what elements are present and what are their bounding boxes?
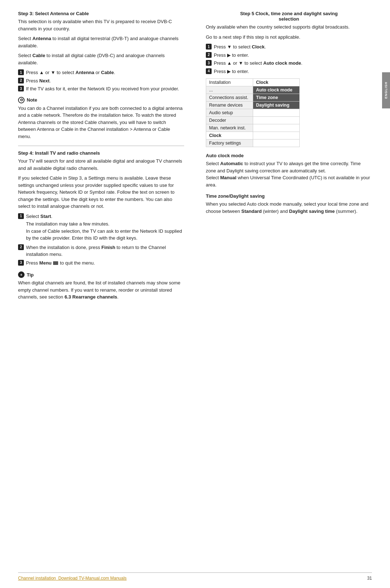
table-row: ... Auto clock mode — [206, 86, 300, 94]
two-column-layout: Step 3: Select Antenna or Cable This sel… — [18, 11, 372, 305]
list-item-text: When the installation is done, press Fin… — [26, 244, 184, 258]
step3-antenna-bold: Antenna — [32, 36, 51, 41]
left-column: Step 3: Select Antenna or Cable This sel… — [18, 11, 188, 305]
num-badge-5-3: 3 — [206, 60, 212, 66]
step5-para1: Only available when the country selected… — [206, 23, 372, 31]
list-item-text: If the TV asks for it, enter the Network… — [26, 85, 179, 93]
list-item-text: Press Menu to quit the menu. — [26, 259, 95, 267]
note-body: You can do a Channel installation if you… — [18, 105, 184, 140]
step3-list: 1 Press ▲ or ▼ to select Antenna or Cabl… — [18, 69, 184, 93]
table-row: Factory settings — [206, 140, 300, 147]
table-row: Clock — [206, 132, 300, 140]
table-row: Decoder — [206, 117, 300, 124]
table-cell-right — [253, 117, 300, 124]
table-header-row: Installation Clock — [206, 79, 300, 86]
note-box: ⊖ Note You can do a Channel installation… — [18, 97, 184, 140]
table-header-installation: Installation — [206, 79, 253, 86]
menu-icon — [53, 261, 58, 265]
list-item-text: Press Next. — [26, 77, 51, 85]
table-cell-left: Audio setup — [206, 109, 253, 117]
table-cell-right-highlighted: Auto clock mode — [253, 86, 300, 94]
list-item: 1 Press ▼ to select Clock. — [206, 43, 372, 51]
page-number: 31 — [367, 576, 372, 581]
footer-sub-label: Channel installation — [18, 576, 56, 581]
table-row: Connections assist. Time zone — [206, 94, 300, 102]
table-row: Man. network inst. — [206, 124, 300, 132]
tip-icon: + — [18, 271, 25, 278]
time-zone-body: When you selected Auto clock mode manual… — [206, 201, 372, 215]
num-badge-3: 3 — [18, 86, 24, 91]
list-item-text: Select Start. — [26, 213, 52, 220]
list-item: 3 Press Menu to quit the menu. — [18, 259, 184, 267]
tip-title: + Tip — [18, 271, 184, 278]
section-divider — [18, 146, 184, 146]
step5-list: 1 Press ▼ to select Clock. 2 Press ▶ to … — [206, 43, 372, 75]
table-cell-left: ... — [206, 86, 253, 94]
table-cell-right — [253, 124, 300, 132]
list-item: 4 Press ▶ to enter. — [206, 68, 372, 75]
table-cell-left: Rename devices — [206, 102, 253, 109]
table-cell-right — [253, 109, 300, 117]
step4-para1: Your TV will search for and store all av… — [18, 158, 184, 172]
step3-para1: This selection is only available when th… — [18, 18, 184, 32]
time-zone-title: Time zone/Daylight saving — [206, 193, 372, 199]
list-item: 2 Press ▶ to enter. — [206, 52, 372, 59]
step4-list: 1 Select Start. The installation may tak… — [18, 213, 184, 267]
num-badge-5-4: 4 — [206, 68, 212, 74]
num-badge-4-2: 2 — [18, 244, 24, 250]
note-label: Note — [27, 97, 37, 103]
list-item: 1 Press ▲ or ▼ to select Antenna or Cabl… — [18, 69, 184, 76]
step3-para3: Select Cable to install all digital cabl… — [18, 52, 184, 66]
tip-box: + Tip When digital channels are found, t… — [18, 271, 184, 301]
step4-para2: If you selected Cable in Step 3, a Setti… — [18, 175, 184, 210]
footer: Channel installation Download TV-Manual.… — [18, 572, 372, 581]
list-item-text: Press ▶ to enter. — [214, 68, 249, 75]
list-item: 1 Select Start. The installation may tak… — [18, 213, 184, 242]
list-item: 3 If the TV asks for it, enter the Netwo… — [18, 85, 184, 93]
list-item-text: Press ▶ to enter. — [214, 52, 249, 59]
right-column: Step 5 Clock, time zone and daylight sav… — [202, 11, 372, 305]
num-badge-2: 2 — [18, 78, 24, 83]
num-badge-1: 1 — [18, 69, 24, 75]
table-cell-left: Connections assist. — [206, 94, 253, 102]
tip-label: Tip — [27, 272, 34, 278]
step3-cable-bold: Cable — [32, 53, 45, 58]
tip-body: When digital channels are found, the lis… — [18, 279, 184, 301]
step4-title: Step 4: Install TV and radio channels — [18, 150, 184, 156]
list-item: 2 Press Next. — [18, 77, 184, 85]
list-item-text: Press ▲ or ▼ to select Auto clock mode. — [214, 60, 302, 67]
step3-title: Step 3: Select Antenna or Cable — [18, 11, 184, 16]
list-item: 2 When the installation is done, press F… — [18, 244, 184, 258]
auto-clock-title: Auto clock mode — [206, 153, 372, 158]
table-header-clock: Clock — [253, 79, 300, 86]
table-cell-right — [253, 132, 300, 140]
table-cell-clock-selected: Clock — [206, 132, 253, 140]
list-item-text: Press ▲ or ▼ to select Antenna or Cable. — [26, 69, 115, 76]
num-badge-5-1: 1 — [206, 44, 212, 50]
list-item: 3 Press ▲ or ▼ to select Auto clock mode… — [206, 60, 372, 67]
table-cell-left: Man. network inst. — [206, 124, 253, 132]
step5-title: Step 5 Clock, time zone and daylight sav… — [206, 11, 372, 22]
num-badge-4-1: 1 — [18, 213, 24, 219]
table-cell-left: Decoder — [206, 117, 253, 124]
list-item-text: Press ▼ to select Clock. — [214, 43, 266, 51]
table-cell-right-highlighted: Time zone — [253, 94, 300, 102]
num-badge-4-3: 3 — [18, 260, 24, 266]
num-badge-5-2: 2 — [206, 52, 212, 58]
step3-para2: Select Antenna to install all digital te… — [18, 35, 184, 49]
list-item-sub: The installation may take a few minutes.… — [26, 220, 184, 242]
sidebar-tab: ENGLISH — [382, 72, 390, 108]
footer-link[interactable]: Channel installation Download TV-Manual.… — [18, 576, 127, 581]
installation-table: Installation Clock ... Auto clock mode C… — [206, 78, 300, 147]
table-cell-right-highlighted: Daylight saving — [253, 102, 300, 109]
sidebar-tab-label: ENGLISH — [384, 82, 388, 99]
table-row: Audio setup — [206, 109, 300, 117]
step5-para2: Go to a next step if this step is not ap… — [206, 34, 372, 41]
note-title: ⊖ Note — [18, 97, 184, 103]
auto-clock-body: Select Automatic to instruct your TV to … — [206, 160, 372, 188]
table-cell-right — [253, 140, 300, 147]
table-row: Rename devices Daylight saving — [206, 102, 300, 109]
page-container: ENGLISH Step 3: Select Antenna or Cable … — [0, 0, 390, 588]
note-icon: ⊖ — [18, 97, 25, 103]
table-cell-left: Factory settings — [206, 140, 253, 147]
